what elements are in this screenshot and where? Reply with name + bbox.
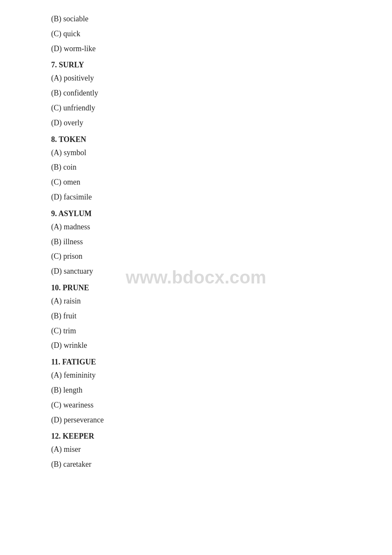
answer-option: (B) fruit xyxy=(51,310,341,322)
answer-option: (D) perseverance xyxy=(51,414,341,426)
question-header: 9. ASYLUM xyxy=(51,209,341,218)
answer-option: (B) length xyxy=(51,384,341,396)
answer-option: (D) wrinkle xyxy=(51,339,341,352)
answer-option: (C) prison xyxy=(51,250,341,263)
main-content: (B) sociable(C) quick(D) worm-like7. SUR… xyxy=(0,0,392,490)
answer-option: (C) unfriendly xyxy=(51,102,341,114)
question-header: 10. PRUNE xyxy=(51,283,341,292)
answer-option: (C) omen xyxy=(51,176,341,188)
answer-option: (B) coin xyxy=(51,161,341,173)
answer-option: (C) trim xyxy=(51,325,341,337)
answer-option: (D) overly xyxy=(51,117,341,129)
answer-option: (B) sociable xyxy=(51,13,341,25)
answer-option: (B) caretaker xyxy=(51,458,341,471)
question-header: 7. SURLY xyxy=(51,61,341,69)
answer-option: (A) femininity xyxy=(51,369,341,382)
question-header: 12. KEEPER xyxy=(51,432,341,441)
answer-option: (B) illness xyxy=(51,236,341,248)
question-header: 11. FATIGUE xyxy=(51,358,341,367)
answer-option: (A) madness xyxy=(51,221,341,233)
answer-option: (A) miser xyxy=(51,443,341,456)
answer-option: (D) facsimile xyxy=(51,191,341,203)
answer-option: (A) positively xyxy=(51,72,341,84)
answer-option: (C) weariness xyxy=(51,399,341,411)
answer-option: (D) worm-like xyxy=(51,43,341,55)
answer-option: (B) confidently xyxy=(51,87,341,99)
answer-option: (C) quick xyxy=(51,28,341,40)
answer-option: (A) symbol xyxy=(51,147,341,159)
answer-option: (A) raisin xyxy=(51,295,341,307)
question-header: 8. TOKEN xyxy=(51,135,341,144)
answer-option: (D) sanctuary xyxy=(51,265,341,278)
